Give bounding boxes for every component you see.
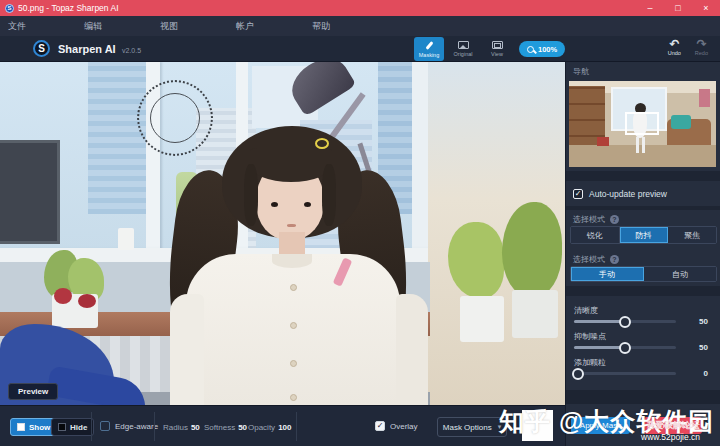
radius-label: Radius xyxy=(163,423,188,432)
masking-label: Masking xyxy=(419,52,439,58)
auto-button[interactable]: 自动 xyxy=(644,267,716,281)
photo-headphones xyxy=(54,288,72,304)
radius-value: 50 xyxy=(191,423,200,432)
noise-slider-label: 抑制噪点 xyxy=(574,331,606,342)
photo-girl-sleeve xyxy=(396,294,428,405)
sharpness-slider[interactable] xyxy=(574,320,676,323)
photo-headphones xyxy=(78,294,96,308)
sharpen-ai-logo-icon: S xyxy=(33,40,50,57)
zoom-value: 100% xyxy=(538,45,557,54)
grain-slider[interactable] xyxy=(574,372,676,375)
photo-girl-hairclip xyxy=(315,138,329,149)
maximize-icon[interactable]: □ xyxy=(664,0,692,16)
grain-slider-label: 添加颗粒 xyxy=(574,357,606,368)
photo-shirt-button xyxy=(290,284,297,291)
undo-label: Undo xyxy=(668,50,681,56)
navigator-thumbnail[interactable] xyxy=(569,81,716,167)
edge-aware-row[interactable]: Edge-aware xyxy=(100,421,158,431)
auto-update-checkbox[interactable]: ✓ xyxy=(573,189,583,199)
menu-view[interactable]: 视图 xyxy=(160,20,178,33)
grain-slider-value: 0 xyxy=(688,369,708,378)
opacity-value: 100 xyxy=(278,423,291,432)
sidebar-divider xyxy=(566,206,720,210)
photo-girl-bangs xyxy=(250,148,332,182)
slider-thumb[interactable] xyxy=(619,316,631,328)
watermark-forum: 吾爱破解论坛 xyxy=(646,419,700,432)
image-icon xyxy=(458,41,469,49)
help-icon[interactable]: ? xyxy=(610,215,619,224)
image-canvas[interactable]: Preview xyxy=(0,62,565,405)
auto-update-row[interactable]: ✓ Auto-update preview xyxy=(573,189,667,199)
redo-button[interactable]: ↷ Redo xyxy=(695,39,708,56)
sidebar-divider xyxy=(566,390,720,404)
slider-thumb[interactable] xyxy=(619,342,631,354)
mode-focus-button[interactable]: 聚焦 xyxy=(668,227,716,243)
overlay-label: Overlay xyxy=(390,422,418,431)
brush-cursor-inner xyxy=(150,93,200,143)
slider-thumb[interactable] xyxy=(572,368,584,380)
undo-button[interactable]: ↶ Undo xyxy=(668,39,681,56)
app-name: Sharpen AI xyxy=(58,43,116,55)
softness-label: Softness xyxy=(204,423,235,432)
softness-stat[interactable]: Softness50 xyxy=(204,423,247,432)
slider-fill xyxy=(574,346,625,349)
photo-mug xyxy=(118,228,134,250)
overlay-checkbox[interactable]: ✓ xyxy=(375,421,385,431)
masking-button[interactable]: Masking xyxy=(414,37,444,61)
opacity-stat[interactable]: Opacity100 xyxy=(248,423,291,432)
check-icon: ✓ xyxy=(377,421,384,431)
edge-aware-label: Edge-aware xyxy=(115,422,158,431)
photo-girl-mouth xyxy=(287,224,296,227)
zoom-button[interactable]: 100% xyxy=(519,41,565,57)
mask-options-dropdown[interactable]: Mask Options ▾ xyxy=(437,417,507,437)
preview-badge: Preview xyxy=(8,383,58,400)
photo-girl-eye xyxy=(271,202,278,207)
edge-aware-checkbox[interactable] xyxy=(100,421,110,431)
view-button[interactable]: View xyxy=(482,37,512,61)
auto-update-label: Auto-update preview xyxy=(589,189,667,199)
toolbar: S Sharpen AI v2.0.5 Masking Original Vie… xyxy=(0,36,720,62)
sidebar-divider xyxy=(566,171,720,181)
app-window: S 50.png - Topaz Sharpen AI – □ × 文件 编辑 … xyxy=(0,0,720,446)
black-square-icon xyxy=(58,423,66,431)
hide-mask-button[interactable]: Hide xyxy=(51,418,94,436)
close-icon[interactable]: × xyxy=(692,0,720,16)
menu-account[interactable]: 帐户 xyxy=(236,20,254,33)
menu-file[interactable]: 文件 xyxy=(8,20,26,33)
mode-button-group: 锐化 防抖 聚焦 xyxy=(570,226,717,244)
original-button[interactable]: Original xyxy=(448,37,478,61)
sidebar-divider xyxy=(566,286,720,296)
navigator-selection-rect[interactable] xyxy=(625,112,659,135)
photo-plant-leaves xyxy=(502,202,562,298)
mode-stabilize-button[interactable]: 防抖 xyxy=(620,227,669,243)
photo-girl-collar xyxy=(272,254,312,268)
mode-section-text: 选择模式 xyxy=(573,214,605,225)
minimize-icon[interactable]: – xyxy=(636,0,664,16)
overlay-row[interactable]: ✓ Overlay xyxy=(375,421,418,431)
mode-sharpen-button[interactable]: 锐化 xyxy=(571,227,620,243)
noise-slider-value: 50 xyxy=(688,343,708,352)
photo-monitor xyxy=(0,140,60,244)
help-icon[interactable]: ? xyxy=(610,255,619,264)
menu-bar: 文件 编辑 视图 帐户 帮助 xyxy=(0,16,720,36)
search-icon xyxy=(527,46,534,53)
photo-girl-sidelock xyxy=(244,164,258,226)
mode-section-label: 选择模式 ? xyxy=(573,214,619,225)
sharpness-slider-label: 清晰度 xyxy=(574,305,598,316)
mask-options-label: Mask Options xyxy=(443,423,492,432)
sharpness-slider-value: 50 xyxy=(688,317,708,326)
check-icon: ✓ xyxy=(575,189,582,199)
sidebar: 导航 ✓ Auto-update preview 选择模式 ? xyxy=(565,62,720,446)
opacity-label: Opacity xyxy=(248,423,275,432)
menu-help[interactable]: 帮助 xyxy=(312,20,330,33)
view-label: View xyxy=(491,51,503,57)
manual-button[interactable]: 手动 xyxy=(571,267,644,281)
radius-stat[interactable]: Radius50 xyxy=(163,423,200,432)
brush-icon xyxy=(425,41,433,50)
hide-label: Hide xyxy=(70,423,87,432)
photo-girl-eye xyxy=(304,202,311,207)
photo-shirt-button xyxy=(290,360,297,367)
noise-slider[interactable] xyxy=(574,346,676,349)
divider xyxy=(91,412,92,441)
menu-edit[interactable]: 编辑 xyxy=(84,20,102,33)
